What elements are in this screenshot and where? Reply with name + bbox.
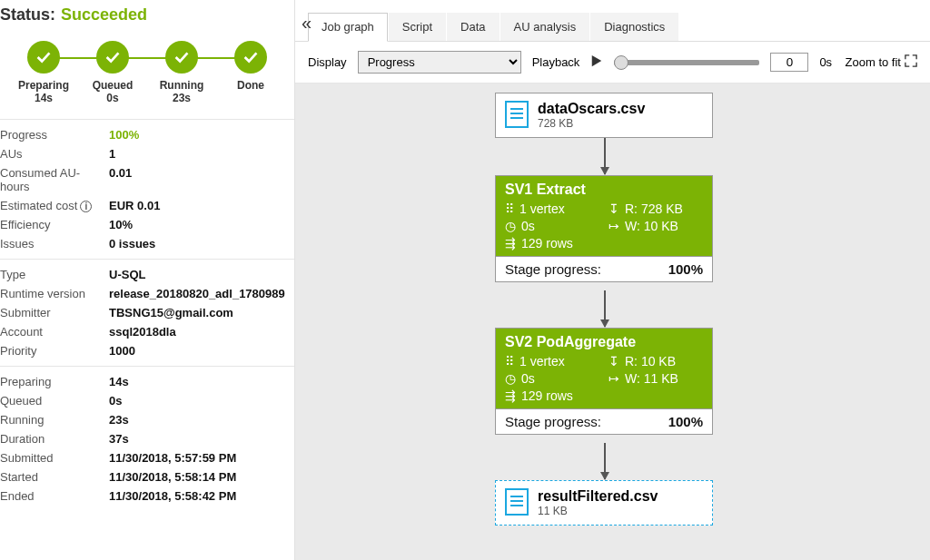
check-icon xyxy=(234,41,267,74)
arrow-icon xyxy=(604,138,606,174)
status-line: Status: Succeeded xyxy=(0,5,294,32)
file-icon xyxy=(505,101,529,128)
tab-au-analysis[interactable]: AU analysis xyxy=(500,13,590,41)
status-label: Status: xyxy=(0,5,55,25)
play-icon[interactable] xyxy=(590,54,603,70)
tabs: Job graph Script Data AU analysis Diagno… xyxy=(295,0,930,42)
stage-title: SV1 Extract xyxy=(505,182,703,198)
playback-unit: 0s xyxy=(819,55,832,69)
meta-table: TypeU-SQL Runtime versionrelease_2018082… xyxy=(0,260,294,367)
arrow-icon xyxy=(604,290,606,327)
step-done: Done xyxy=(216,41,285,92)
rows-icon: ⇶ xyxy=(505,388,516,403)
write-icon: ↦ xyxy=(608,219,619,233)
svg-marker-0 xyxy=(592,55,602,66)
playback-label: Playback xyxy=(532,55,580,69)
stage2-node[interactable]: SV2 PodAggregate ⠿1 vertex ↧R: 10 KB ◷0s… xyxy=(495,328,713,435)
output-node[interactable]: resultFiltered.csv 11 KB xyxy=(495,480,713,526)
check-icon xyxy=(96,41,129,74)
vertex-icon: ⠿ xyxy=(505,354,514,368)
graph-area[interactable]: dataOscars.csv 728 KB SV1 Extract ⠿1 ver… xyxy=(295,84,930,560)
tab-job-graph[interactable]: Job graph xyxy=(308,13,388,42)
stage-progress-value: 100% xyxy=(668,414,703,429)
display-label: Display xyxy=(308,55,347,69)
stage-title: SV2 PodAggregate xyxy=(505,334,703,350)
step-running: Running 23s xyxy=(147,41,216,104)
progress-value: 100% xyxy=(109,128,139,142)
zoom-to-fit-button[interactable]: Zoom to fit xyxy=(846,54,917,70)
times-table: Preparing14s Queued0s Running23s Duratio… xyxy=(0,367,294,511)
status-value: Succeeded xyxy=(61,5,147,25)
read-icon: ↧ xyxy=(608,354,619,368)
stage1-node[interactable]: SV1 Extract ⠿1 vertex ↧R: 728 KB ◷0s ↦W:… xyxy=(495,175,713,282)
arrow-icon xyxy=(604,443,606,479)
check-icon xyxy=(27,41,60,74)
tab-diagnostics[interactable]: Diagnostics xyxy=(590,13,678,41)
summary-table: Progress100% AUs1 Consumed AU-hours0.01 … xyxy=(0,120,294,260)
display-select[interactable]: Progress xyxy=(358,51,521,74)
slider-handle[interactable] xyxy=(614,55,628,70)
playback-slider[interactable] xyxy=(614,60,759,65)
read-icon: ↧ xyxy=(608,201,619,216)
rows-icon: ⇶ xyxy=(505,236,516,251)
output-filename: resultFiltered.csv xyxy=(538,488,658,505)
clock-icon: ◷ xyxy=(505,371,516,386)
step-preparing: Preparing 14s xyxy=(9,41,78,104)
job-steps: Preparing 14s Queued 0s Running 23s Done xyxy=(0,32,294,120)
stage-progress-value: 100% xyxy=(668,261,703,277)
playback-value[interactable] xyxy=(770,53,808,72)
tab-script[interactable]: Script xyxy=(389,13,446,41)
input-node[interactable]: dataOscars.csv 728 KB xyxy=(495,93,713,138)
output-filesize: 11 KB xyxy=(538,505,658,517)
write-icon: ↦ xyxy=(608,371,619,386)
input-filesize: 728 KB xyxy=(538,117,645,130)
info-icon[interactable]: i xyxy=(80,201,92,212)
step-queued: Queued 0s xyxy=(78,41,147,104)
expand-icon xyxy=(905,54,917,70)
file-icon xyxy=(505,488,529,516)
check-icon xyxy=(165,41,198,74)
collapse-icon[interactable]: « xyxy=(302,13,312,34)
input-filename: dataOscars.csv xyxy=(538,101,645,117)
vertex-icon: ⠿ xyxy=(505,201,514,216)
clock-icon: ◷ xyxy=(505,219,516,233)
left-panel: Status: Succeeded Preparing 14s Queued 0… xyxy=(0,0,295,560)
tab-data[interactable]: Data xyxy=(447,13,499,41)
right-panel: Job graph Script Data AU analysis Diagno… xyxy=(295,0,930,560)
graph-toolbar: Display Progress Playback 0s Zoom to fit xyxy=(295,42,930,84)
